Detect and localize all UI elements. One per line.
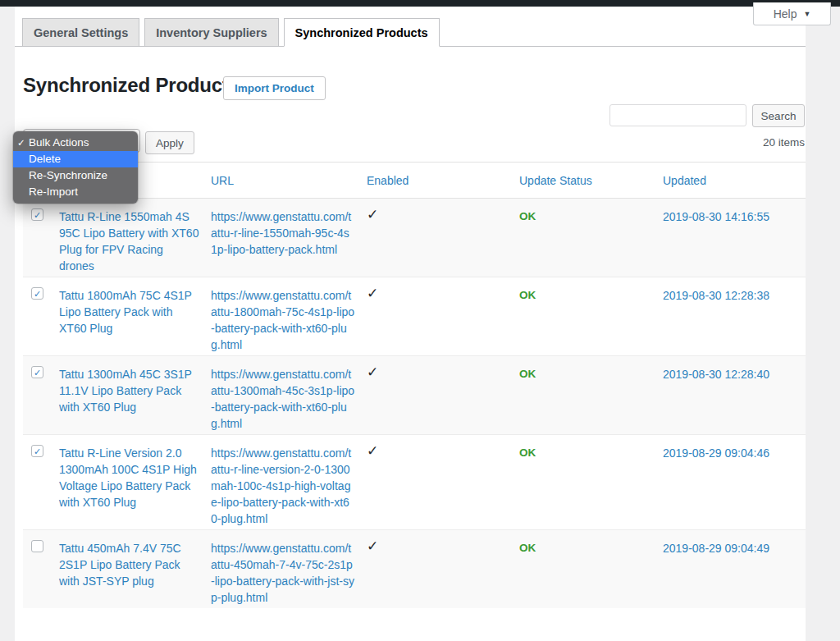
search-button[interactable]: Search	[752, 104, 805, 127]
update-status-cell: OK	[519, 530, 663, 606]
row-checkbox[interactable]: ✓	[31, 445, 43, 457]
items-count: 20 items	[763, 136, 805, 149]
help-button[interactable]: Help ▼	[753, 2, 831, 25]
product-name-link[interactable]: Tattu 1300mAh 45C 3S1P 11.1V Lipo Batter…	[59, 368, 192, 414]
product-url-cell: https://www.genstattu.com/tattu-r-line-v…	[211, 435, 367, 527]
enabled-check-icon: ✓	[367, 207, 378, 222]
product-name-cell: Tattu R-Line Version 2.0 1300mAh 100C 4S…	[59, 435, 211, 527]
product-name-cell: Tattu 450mAh 7.4V 75C 2S1P Lipo Battery …	[59, 530, 211, 606]
update-status-cell: OK	[519, 277, 663, 353]
row-checkbox-cell: ✓	[23, 277, 59, 353]
tab-label: Inventory Suppliers	[156, 26, 267, 39]
update-status-value: OK	[519, 289, 536, 301]
table-row: Tattu 450mAh 7.4V 75C 2S1P Lipo Battery …	[23, 529, 806, 608]
selected-check-icon: ✓	[17, 135, 25, 151]
search-input[interactable]	[609, 104, 746, 126]
update-status-value: OK	[519, 446, 536, 459]
import-product-button[interactable]: Import Product	[223, 76, 326, 100]
product-url-link[interactable]: https://www.genstattu.com/tattu-r-line-v…	[211, 446, 351, 525]
enabled-check-icon: ✓	[367, 538, 378, 554]
enabled-cell: ✓	[367, 356, 519, 432]
menu-item-label: Re-Synchronize	[29, 169, 107, 181]
tab-bar: General Settings Inventory Suppliers Syn…	[22, 18, 440, 47]
row-checkbox-cell: ✓	[23, 356, 59, 432]
enabled-cell: ✓	[367, 199, 519, 274]
enabled-check-icon: ✓	[367, 443, 378, 459]
updated-value: 2019-08-30 12:28:38	[663, 289, 769, 302]
tab-general-settings[interactable]: General Settings	[22, 18, 139, 47]
update-status-value: OK	[519, 210, 536, 222]
product-url-cell: https://www.genstattu.com/tattu-450mah-7…	[211, 530, 367, 606]
enabled-check-icon: ✓	[367, 286, 378, 301]
bulk-actions-menu-item[interactable]: Re-Synchronize	[13, 167, 138, 184]
tab-label: General Settings	[34, 26, 128, 39]
menu-item-label: Re-Import	[29, 185, 78, 198]
product-name-cell: Tattu R-Line 1550mah 4S 95C Lipo Battery…	[59, 199, 211, 274]
enabled-cell: ✓	[367, 435, 519, 527]
bulk-actions-menu-item[interactable]: ✓ Bulk Actions	[13, 135, 138, 151]
updated-cell: 2019-08-29 09:04:49	[663, 530, 806, 606]
updated-value: 2019-08-30 12:28:40	[663, 368, 769, 381]
products-table: URL Enabled Update Status Updated ✓ Tatt…	[23, 162, 806, 608]
enabled-check-icon: ✓	[367, 364, 378, 380]
table-row: ✓ Tattu R-Line 1550mah 4S 95C Lipo Batte…	[23, 199, 806, 277]
menu-item-label: Delete	[29, 153, 61, 165]
product-url-link[interactable]: https://www.genstattu.com/tattu-1800mah-…	[211, 289, 354, 351]
row-checkbox-cell	[23, 530, 59, 606]
product-url-cell: https://www.genstattu.com/tattu-r-line-1…	[211, 199, 367, 274]
updated-cell: 2019-08-30 14:16:55	[663, 199, 806, 274]
updated-value: 2019-08-30 14:16:55	[663, 210, 769, 223]
product-name-link[interactable]: Tattu R-Line Version 2.0 1300mAh 100C 4S…	[59, 446, 197, 509]
product-url-cell: https://www.genstattu.com/tattu-1800mah-…	[211, 277, 367, 353]
update-status-cell: OK	[519, 199, 663, 274]
table-row: ✓ Tattu 1800mAh 75C 4S1P Lipo Battery Pa…	[23, 277, 806, 355]
chevron-down-icon: ▼	[803, 10, 810, 18]
page-title: Synchronized Products	[23, 74, 240, 97]
product-url-cell: https://www.genstattu.com/tattu-1300mah-…	[211, 356, 367, 432]
bulk-actions-menu-item[interactable]: Delete	[13, 151, 138, 167]
product-url-link[interactable]: https://www.genstattu.com/tattu-1300mah-…	[211, 368, 354, 430]
update-status-value: OK	[519, 368, 536, 380]
bulk-actions-menu: ✓ Bulk Actions Delete Re-Synchronize Re-…	[13, 131, 138, 204]
apply-button[interactable]: Apply	[145, 131, 194, 154]
tab-label: Synchronized Products	[295, 26, 428, 39]
updated-cell: 2019-08-30 12:28:40	[663, 356, 806, 432]
product-name-link[interactable]: Tattu 1800mAh 75C 4S1P Lipo Battery Pack…	[59, 289, 192, 335]
table-header-row: URL Enabled Update Status Updated	[23, 162, 806, 199]
row-checkbox[interactable]: ✓	[31, 366, 43, 378]
product-name-link[interactable]: Tattu 450mAh 7.4V 75C 2S1P Lipo Battery …	[59, 542, 181, 588]
product-url-link[interactable]: https://www.genstattu.com/tattu-r-line-1…	[211, 210, 351, 256]
table-row: ✓ Tattu 1300mAh 45C 3S1P 11.1V Lipo Batt…	[23, 355, 806, 434]
update-status-cell: OK	[519, 356, 663, 432]
product-url-link[interactable]: https://www.genstattu.com/tattu-450mah-7…	[211, 542, 354, 604]
product-name-link[interactable]: Tattu R-Line 1550mah 4S 95C Lipo Battery…	[59, 210, 199, 272]
header-url[interactable]: URL	[211, 174, 367, 187]
admin-bar	[0, 0, 840, 7]
row-checkbox[interactable]	[31, 540, 43, 552]
update-status-cell: OK	[519, 435, 663, 527]
product-name-cell: Tattu 1300mAh 45C 3S1P 11.1V Lipo Batter…	[59, 356, 211, 432]
row-checkbox[interactable]: ✓	[31, 287, 43, 300]
row-checkbox[interactable]: ✓	[31, 208, 43, 221]
tab-synchronized-products[interactable]: Synchronized Products	[284, 18, 440, 47]
header-update-status[interactable]: Update Status	[519, 174, 663, 187]
enabled-cell: ✓	[367, 530, 519, 606]
header-enabled[interactable]: Enabled	[367, 174, 519, 187]
updated-value: 2019-08-29 09:04:49	[663, 542, 769, 555]
update-status-value: OK	[519, 542, 536, 554]
updated-cell: 2019-08-29 09:04:46	[663, 435, 806, 527]
table-row: ✓ Tattu R-Line Version 2.0 1300mAh 100C …	[23, 434, 806, 529]
updated-value: 2019-08-29 09:04:46	[663, 446, 769, 460]
header-updated[interactable]: Updated	[663, 174, 806, 187]
help-label: Help	[774, 7, 797, 21]
row-checkbox-cell: ✓	[23, 435, 59, 527]
menu-item-label: Bulk Actions	[29, 136, 89, 149]
enabled-cell: ✓	[367, 277, 519, 353]
product-name-cell: Tattu 1800mAh 75C 4S1P Lipo Battery Pack…	[59, 277, 211, 353]
row-checkbox-cell: ✓	[23, 199, 59, 274]
bulk-actions-menu-item[interactable]: Re-Import	[13, 184, 138, 200]
tab-inventory-suppliers[interactable]: Inventory Suppliers	[144, 18, 278, 47]
updated-cell: 2019-08-30 12:28:38	[663, 277, 806, 353]
